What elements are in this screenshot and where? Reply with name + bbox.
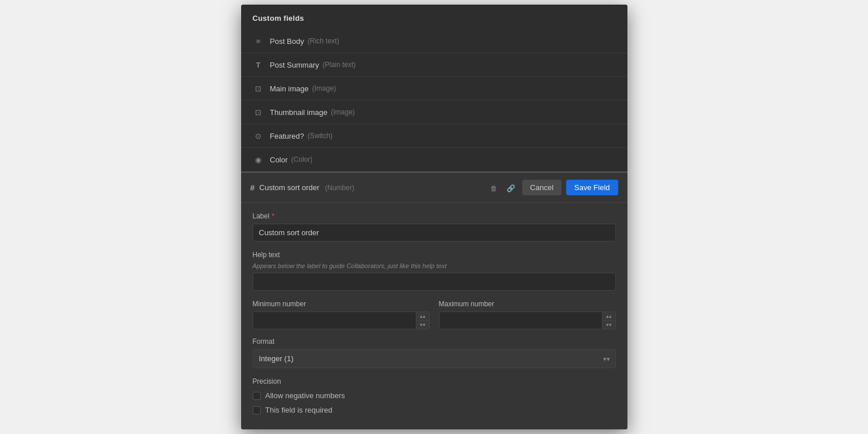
allow-negative-row: Allow negative numbers	[253, 391, 616, 400]
number-icon	[250, 183, 255, 192]
max-number-input[interactable]	[439, 311, 602, 329]
save-field-button[interactable]: Save Field	[566, 180, 618, 195]
min-spinners: ▴ ▾	[416, 311, 430, 329]
field-type: (Rich text)	[308, 37, 339, 45]
required-row: This field is required	[253, 406, 616, 414]
min-number-label: Minimum number	[253, 300, 430, 308]
field-type: (Image)	[331, 108, 354, 116]
label-group: Label *	[253, 212, 616, 242]
switch-icon	[253, 130, 264, 142]
form-body: Label * Help text Appears below the labe…	[241, 203, 627, 429]
help-text-group: Help text Appears below the label to gui…	[253, 251, 616, 291]
chevron-up-icon: ▴	[420, 314, 426, 319]
custom-fields-header: Custom fields	[241, 5, 627, 29]
field-name: Color	[270, 155, 288, 164]
max-spinners: ▴ ▾	[602, 311, 616, 329]
precision-section: Precision Allow negative numbers This fi…	[253, 377, 616, 414]
chevron-down-icon: ▾	[420, 322, 426, 328]
format-group: Format Integer (1) Decimal (1.0) Decimal…	[253, 337, 616, 368]
trash-icon	[490, 183, 497, 192]
format-select-wrapper: Integer (1) Decimal (1.0) Decimal (1.00)…	[253, 349, 616, 368]
allow-negative-checkbox[interactable]	[253, 392, 261, 400]
allow-negative-label[interactable]: Allow negative numbers	[265, 391, 345, 400]
format-select[interactable]: Integer (1) Decimal (1.0) Decimal (1.00)	[253, 349, 616, 368]
max-number-label: Maximum number	[439, 300, 616, 308]
required-label[interactable]: This field is required	[265, 406, 333, 414]
precision-label: Precision	[253, 377, 616, 385]
max-number-wrapper: ▴ ▾	[439, 311, 616, 329]
chevron-down-icon: ▾	[606, 322, 612, 328]
plaintext-icon	[253, 59, 264, 71]
min-max-row: Minimum number ▴ ▾	[253, 300, 616, 329]
field-type: (Image)	[312, 84, 336, 92]
max-number-col: Maximum number ▴ ▾	[439, 300, 616, 329]
chevron-up-icon: ▴	[606, 314, 612, 319]
help-text-description: Appears below the label to guide Collabo…	[253, 262, 616, 269]
field-item-post-body[interactable]: Post Body (Rich text)	[241, 29, 627, 53]
max-decrement-button[interactable]: ▾	[603, 321, 615, 329]
modal-container: Custom fields Post Body (Rich text) Post…	[241, 5, 627, 429]
link-icon	[507, 183, 515, 192]
format-label: Format	[253, 337, 616, 346]
field-item-post-summary[interactable]: Post Summary (Plain text)	[241, 53, 627, 77]
field-name: Post Summary	[270, 61, 319, 69]
field-type-badge: (Number)	[325, 184, 354, 192]
edit-panel-actions: Cancel Save Field	[488, 180, 618, 195]
label-label: Label *	[253, 212, 616, 220]
image-icon	[253, 83, 264, 94]
field-type: (Color)	[291, 155, 313, 164]
edit-panel: Custom sort order (Number) Cancel Save F…	[241, 172, 627, 429]
cancel-button[interactable]: Cancel	[522, 180, 562, 195]
richtext-icon	[253, 35, 264, 47]
field-item-thumbnail-image[interactable]: Thumbnail image (Image)	[241, 101, 627, 124]
custom-fields-title: Custom fields	[253, 14, 304, 23]
min-number-wrapper: ▴ ▾	[253, 311, 430, 329]
min-increment-button[interactable]: ▴	[416, 312, 429, 320]
field-name: Thumbnail image	[270, 108, 328, 117]
image-icon	[253, 106, 264, 118]
field-item-color[interactable]: Color (Color)	[241, 148, 627, 172]
min-number-input[interactable]	[253, 311, 416, 329]
required-star: *	[272, 212, 275, 220]
help-text-label: Help text	[253, 251, 616, 259]
min-decrement-button[interactable]: ▾	[416, 321, 429, 329]
field-list: Post Body (Rich text) Post Summary (Plai…	[241, 29, 627, 172]
field-type: (Plain text)	[323, 61, 356, 69]
min-number-col: Minimum number ▴ ▾	[253, 300, 430, 329]
field-name: Main image	[270, 84, 309, 93]
field-item-main-image[interactable]: Main image (Image)	[241, 77, 627, 101]
edit-panel-title: Custom sort order (Number)	[259, 183, 487, 192]
max-increment-button[interactable]: ▴	[603, 312, 615, 320]
required-checkbox[interactable]	[253, 406, 261, 414]
field-item-featured[interactable]: Featured? (Switch)	[241, 124, 627, 148]
link-button[interactable]	[504, 181, 518, 195]
field-type: (Switch)	[308, 132, 333, 140]
color-icon	[253, 154, 264, 165]
edit-panel-header: Custom sort order (Number) Cancel Save F…	[241, 173, 627, 203]
delete-button[interactable]	[488, 181, 500, 195]
field-name: Post Body	[270, 37, 304, 46]
field-title: Custom sort order	[259, 183, 319, 192]
label-text: Label	[253, 212, 269, 220]
label-input[interactable]	[253, 224, 616, 242]
field-name: Featured?	[270, 132, 304, 140]
help-text-input[interactable]	[253, 273, 616, 291]
